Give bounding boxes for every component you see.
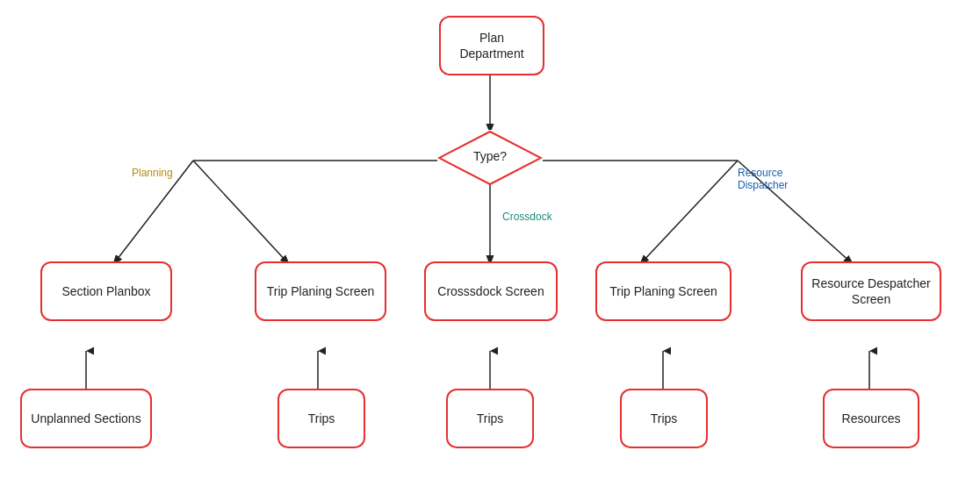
resource-dispatcher-label: Resource Dispatcher xyxy=(738,167,788,191)
type-diamond-node: Type? xyxy=(437,130,543,186)
crossdock-label: Crossdock xyxy=(502,211,552,223)
resources-node: Resources xyxy=(823,389,919,448)
flowchart-diagram: Plan Department Type? Planning Crossdock… xyxy=(0,0,980,479)
crossdock-screen-node: Crosssdock Screen xyxy=(424,261,558,321)
plan-department-node: Plan Department xyxy=(439,16,544,75)
trips-3-node: Trips xyxy=(620,389,708,448)
trip-planning-screen-1-node: Trip Planing Screen xyxy=(255,261,386,321)
svg-line-3 xyxy=(193,161,288,263)
trips-1-node: Trips xyxy=(277,389,365,448)
trip-planning-screen-2-node: Trip Planing Screen xyxy=(595,261,731,321)
planning-label: Planning xyxy=(132,167,173,179)
section-planbox-node: Section Planbox xyxy=(40,261,172,321)
unplanned-sections-node: Unplanned Sections xyxy=(20,389,152,448)
trips-2-node: Trips xyxy=(446,389,534,448)
resource-despatcher-node: Resource Despatcher Screen xyxy=(801,261,941,321)
svg-line-6 xyxy=(641,161,738,263)
